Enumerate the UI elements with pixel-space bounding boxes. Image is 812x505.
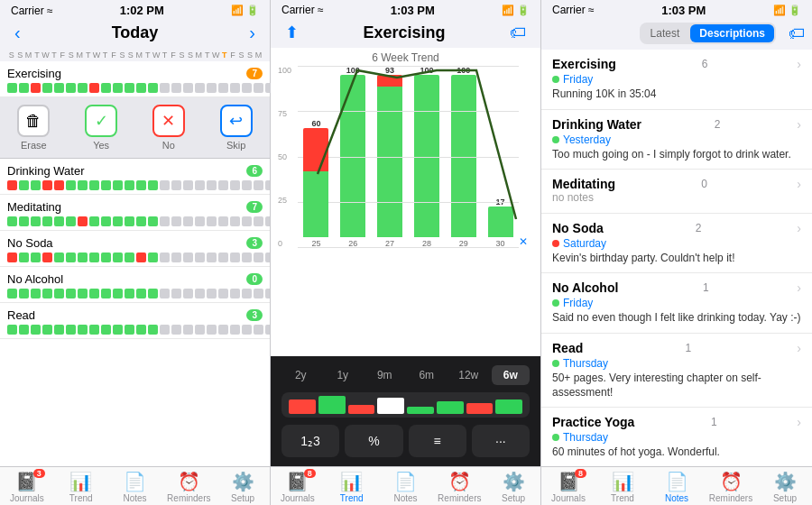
range-1y[interactable]: 1y <box>324 365 363 385</box>
bar-28[interactable]: 100 28 <box>408 66 445 248</box>
habit-drinking-water-name: Drinking Water <box>7 164 84 178</box>
reminders-label-3: Reminders <box>709 493 752 503</box>
chart-tool-dots[interactable]: ··· <box>472 425 530 457</box>
note-drinking-water-streak: 2 <box>715 118 721 131</box>
tag-icon[interactable]: 🏷 <box>510 23 526 42</box>
trend-label-1: Trend <box>69 493 93 503</box>
chart-tool-lines[interactable]: ≡ <box>409 425 466 457</box>
note-read-text: 50+ pages. Very interesting chapter on s… <box>552 372 801 399</box>
tab-setup-1[interactable]: ⚙️ Setup <box>216 471 270 503</box>
bar-30-label: 17 <box>496 197 505 207</box>
note-no-alcohol-title: No Alcohol <box>552 280 618 295</box>
habit-read[interactable]: Read 3 <box>0 303 270 339</box>
note-exercising-dot <box>552 76 559 83</box>
note-exercising-chevron: › <box>797 57 801 71</box>
habit-meditating-dots <box>7 216 263 226</box>
bar-26[interactable]: 100 26 <box>335 66 372 248</box>
range-2y[interactable]: 2y <box>281 365 320 385</box>
mini-bar-5 <box>407 407 434 414</box>
range-6m[interactable]: 6m <box>408 365 447 385</box>
range-9m[interactable]: 9m <box>365 365 404 385</box>
mini-bars-row <box>281 392 530 418</box>
note-drinking-water-text: Too much going on - I simply forgot to d… <box>552 148 801 162</box>
yes-icon: ✓ <box>85 105 117 137</box>
note-drinking-water[interactable]: Drinking Water 2 › Yesterday Too much go… <box>541 110 812 170</box>
habits-list: Drinking Water 6 Meditating 7 No Soda 3 <box>0 159 270 466</box>
tab-notes-2[interactable]: 📄 Notes <box>379 471 433 503</box>
habit-drinking-water[interactable]: Drinking Water 6 <box>0 159 270 195</box>
note-practice-yoga-dot <box>552 434 559 441</box>
note-meditating-chevron: › <box>797 177 801 191</box>
note-read[interactable]: Read 1 › Thursday 50+ pages. Very intere… <box>541 334 812 408</box>
tab-setup-3[interactable]: ⚙️ Setup <box>758 471 812 503</box>
trend-label-3: Trend <box>611 493 634 503</box>
no-button[interactable]: ✕ No <box>135 97 203 158</box>
chart-title: 6 Week Trend <box>271 48 540 66</box>
tab-journals-2[interactable]: 📓 8 Journals <box>271 471 325 503</box>
range-12w[interactable]: 12w <box>449 365 488 385</box>
habit-meditating-badge: 7 <box>246 201 263 213</box>
note-meditating[interactable]: Meditating 0 › no notes <box>541 170 812 214</box>
skip-button[interactable]: ↩ Skip <box>202 97 270 158</box>
tab-journals-1[interactable]: 📓 3 Journals <box>0 471 54 503</box>
nav-bar-2: ⬆ Exercising 🏷 <box>271 21 540 48</box>
seg-latest[interactable]: Latest <box>641 24 689 42</box>
habit-no-alcohol-badge: 0 <box>246 273 263 285</box>
notes-icon-2: 📄 <box>394 471 417 492</box>
time-1: 1:02 PM <box>120 4 164 17</box>
tab-reminders-1[interactable]: ⏰ Reminders <box>161 471 216 503</box>
habit-no-soda[interactable]: No Soda 3 <box>0 231 270 267</box>
carrier-1: Carrier ≈ <box>11 5 53 17</box>
trend-icon-2: 📊 <box>340 471 363 492</box>
bar-25[interactable]: 60 25 <box>298 66 335 248</box>
tab-reminders-3[interactable]: ⏰ Reminders <box>704 471 758 503</box>
tab-trend-3[interactable]: 📊 Trend <box>595 471 650 503</box>
bar-27[interactable]: 93 27 <box>372 66 409 248</box>
tab-journals-3[interactable]: 📓 8 Journals <box>541 471 595 503</box>
note-exercising[interactable]: Exercising 6 › Friday Running 10K in 35:… <box>541 50 812 110</box>
notes-icon-1: 📄 <box>124 471 146 492</box>
note-no-alcohol-text: Said no even though I felt like drinking… <box>552 311 801 326</box>
habit-meditating[interactable]: Meditating 7 <box>0 195 270 231</box>
forward-arrow-1[interactable]: › <box>249 23 255 43</box>
tab-notes-3[interactable]: 📄 Notes <box>650 471 704 503</box>
erase-button[interactable]: 🗑 Erase <box>0 97 68 158</box>
note-no-alcohol-streak: 1 <box>703 281 709 294</box>
reminders-icon-2: ⏰ <box>448 471 471 492</box>
tab-reminders-2[interactable]: ⏰ Reminders <box>432 471 486 503</box>
note-read-title: Read <box>552 341 583 355</box>
note-read-chevron: › <box>797 341 801 355</box>
note-read-day: Thursday <box>563 357 608 370</box>
note-no-soda[interactable]: No Soda 2 › Saturday Kevin's birthday pa… <box>541 214 812 274</box>
bar-29[interactable]: 100 29 <box>445 66 482 248</box>
note-drinking-water-dot <box>552 136 559 143</box>
tool-percent-label: % <box>368 434 379 448</box>
share-icon[interactable]: ⬆ <box>285 23 299 42</box>
chart-tool-123[interactable]: 1₂3 <box>281 425 339 457</box>
chart-tool-percent[interactable]: % <box>345 425 402 457</box>
yes-button[interactable]: ✓ Yes <box>68 97 135 158</box>
habit-read-badge: 3 <box>246 309 263 321</box>
carrier-2: Carrier ≈ <box>281 4 324 17</box>
habit-no-alcohol[interactable]: No Alcohol 0 <box>0 267 270 303</box>
note-no-alcohol[interactable]: No Alcohol 1 › Friday Said no even thoug… <box>541 273 812 334</box>
habit-exercising[interactable]: Exercising 7 <box>0 61 270 97</box>
trend-icon-3: 📊 <box>612 471 634 492</box>
seg-descriptions[interactable]: Descriptions <box>690 24 774 42</box>
note-practice-yoga-day: Thursday <box>563 431 608 444</box>
week-header: SSMTWTFSMTWTFSSMTWTFSSMTWTFSSM <box>0 49 270 61</box>
bar-30[interactable]: 17 30 <box>482 66 519 248</box>
range-6w[interactable]: 6w <box>492 365 531 385</box>
edit-icon-3[interactable]: 🏷 <box>789 24 805 43</box>
tab-trend-2[interactable]: 📊 Trend <box>325 471 379 503</box>
tab-setup-2[interactable]: ⚙️ Setup <box>486 471 540 503</box>
tool-123-label: 1₂3 <box>300 434 320 448</box>
chart-close-button[interactable]: ✕ <box>519 66 533 264</box>
reminders-label-2: Reminders <box>438 493 481 503</box>
note-practice-yoga[interactable]: Practice Yoga 1 › Thursday 60 minutes of… <box>541 408 812 466</box>
tab-notes-1[interactable]: 📄 Notes <box>108 471 162 503</box>
back-arrow-1[interactable]: ‹ <box>14 23 21 43</box>
tab-trend-1[interactable]: 📊 Trend <box>54 471 108 503</box>
reminders-label-1: Reminders <box>167 493 210 503</box>
skip-label: Skip <box>226 140 245 151</box>
